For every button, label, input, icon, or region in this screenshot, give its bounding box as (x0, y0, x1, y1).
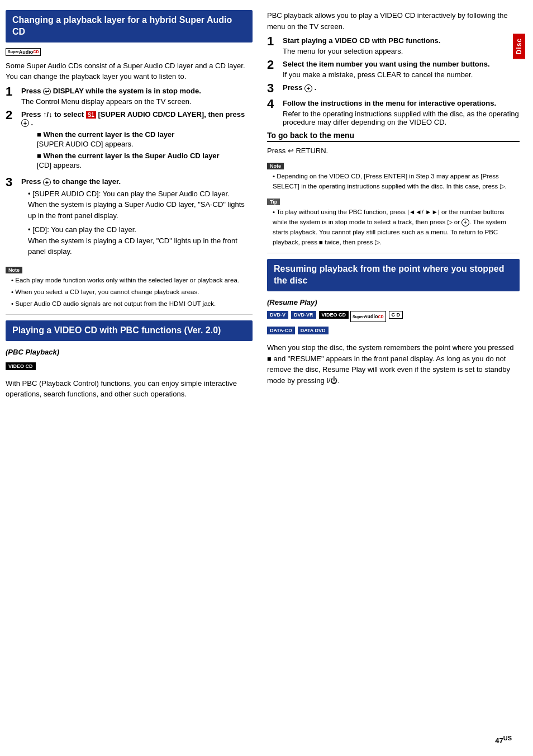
note-item1: Each play mode function works only withi… (11, 276, 253, 285)
step2-sub2-body: [CD] appears. (37, 161, 253, 169)
right-step4: 4 Follow the instructions in the menu fo… (267, 99, 520, 126)
step2-sub2-heading: ■ When the current layer is the Super Au… (37, 152, 253, 160)
step3-bullet1: [SUPER AUDIO CD]: You can play the Super… (28, 188, 253, 221)
tip-box: Tip To play without using the PBC functi… (267, 197, 520, 247)
right-step4-content: Follow the instructions in the menu for … (283, 99, 520, 126)
superaudio-cd-badge: SuperAudioCD (6, 48, 41, 56)
right-step1-number: 1 (267, 35, 283, 48)
step2-content: Press ↑/↓ to select S1 [SUPER AUDIO CD/C… (21, 110, 253, 173)
right-step4-title: Follow the instructions in the menu for … (283, 99, 520, 107)
page-number: 47US (495, 735, 512, 745)
note-item2: When you select a CD layer, you cannot c… (11, 287, 253, 297)
pbc-intro: PBC playback allows you to play a VIDEO … (267, 10, 520, 32)
data-dvd-badge: DATA DVD (298, 327, 329, 334)
step3: 3 Press + to change the layer. [SUPER AU… (6, 177, 253, 261)
right-note-content: Depending on the VIDEO CD, [Press ENTER]… (267, 172, 520, 192)
right-step4-number: 4 (267, 98, 283, 110)
right-step3-title: Press + . (283, 83, 520, 92)
tip-label: Tip (267, 199, 280, 205)
goto-heading: To go back to the menu (267, 131, 520, 142)
dvd-v-badge: DVD-V (267, 311, 288, 319)
section2-title: Playing a VIDEO CD with PBC functions (V… (12, 325, 246, 337)
right-step1-content: Start playing a VIDEO CD with PBC functi… (283, 36, 520, 55)
right-step3: 3 Press + . (267, 83, 520, 94)
step2-sub1: ■ When the current layer is the CD layer… (37, 130, 253, 148)
right-step3-content: Press + . (283, 83, 520, 94)
video-cd-badge2: VIDEO CD (319, 311, 349, 319)
step1-content: Press ↩ DISPLAY while the system is in s… (21, 87, 253, 106)
divider1 (6, 314, 253, 315)
right-step1: 1 Start playing a VIDEO CD with PBC func… (267, 36, 520, 55)
step3-title: Press + to change the layer. (21, 177, 253, 186)
right-step4-desc: Refer to the operating instructions supp… (283, 110, 520, 126)
divider2 (267, 253, 520, 253)
right-note: Note Depending on the VIDEO CD, [Press E… (267, 161, 520, 192)
right-step2: 2 Select the item number you want using … (267, 60, 520, 79)
step1-desc: The Control Menu display appears on the … (21, 97, 253, 106)
tip-item1: To play without using the PBC function, … (273, 207, 520, 247)
section1-note: Note Each play mode function works only … (6, 265, 253, 309)
step2: 2 Press ↑/↓ to select S1 [SUPER AUDIO CD… (6, 110, 253, 173)
section3-header: Resuming playback from the point where y… (267, 259, 520, 291)
note-item3: Super Audio CD audio signals are not out… (11, 299, 253, 309)
right-step2-desc: If you make a mistake, press CLEAR to ca… (283, 70, 520, 79)
step3-bullet2: [CD]: You can play the CD layer. When th… (28, 224, 253, 257)
section1-header: Changing a playback layer for a hybrid S… (6, 10, 253, 42)
section1-note-content: Each play mode function works only withi… (6, 276, 253, 309)
data-cd-badge: DATA-CD (267, 327, 295, 334)
goto-body: Press ↩ RETURN. (267, 145, 520, 157)
step1-number: 1 (6, 86, 21, 98)
step2-sub1-body: [SUPER AUDIO CD] appears. (37, 140, 253, 148)
sacd-badge2: SuperAudioCD (350, 311, 386, 322)
resume-subtitle: (Resume Play) (267, 297, 520, 308)
step2-sub1-heading: ■ When the current layer is the CD layer (37, 130, 253, 139)
right-step1-title: Start playing a VIDEO CD with PBC functi… (283, 36, 520, 45)
section1-title: Changing a playback layer for a hybrid S… (12, 15, 246, 38)
right-step2-content: Select the item number you want using th… (283, 60, 520, 79)
right-note-item1: Depending on the VIDEO CD, [Press ENTER]… (273, 172, 520, 192)
section3-title: Resuming playback from the point where y… (274, 263, 513, 287)
tip-content: To play without using the PBC function, … (267, 207, 520, 247)
cd-badge: C D (389, 311, 403, 319)
right-note-label: Note (267, 163, 284, 169)
step2-title: Press ↑/↓ to select S1 [SUPER AUDIO CD/C… (21, 110, 253, 127)
step1-title: Press ↩ DISPLAY while the system is in s… (21, 87, 253, 95)
pbc-subtitle: (PBC Playback) (6, 347, 253, 358)
right-step2-title: Select the item number you want using th… (283, 60, 520, 68)
resume-badge-row2: DATA-CD DATA DVD (267, 327, 520, 338)
step2-sub2: ■ When the current layer is the Super Au… (37, 152, 253, 169)
section1-intro: Some Super Audio CDs consist of a Super … (6, 60, 253, 82)
right-step2-number: 2 (267, 59, 283, 71)
resume-body: When you stop the disc, the system remem… (267, 342, 520, 386)
step3-content: Press + to change the layer. [SUPER AUDI… (21, 177, 253, 261)
right-step3-number: 3 (267, 82, 283, 94)
step2-number: 2 (6, 109, 21, 121)
video-cd-badge: VIDEO CD (6, 362, 36, 370)
side-tab: Disc (513, 34, 525, 59)
step1: 1 Press ↩ DISPLAY while the system is in… (6, 87, 253, 106)
section1-note-label: Note (6, 267, 22, 273)
resume-badge-row: DVD-V DVD-VR VIDEO CD SuperAudioCD C D (267, 311, 520, 322)
section2-badge-row: VIDEO CD (6, 362, 253, 374)
dvd-vr-badge: DVD-VR (291, 311, 316, 319)
section1-badge-row: SuperAudioCD (6, 48, 253, 56)
step3-number: 3 (6, 176, 21, 188)
section2-header: Playing a VIDEO CD with PBC functions (V… (6, 320, 253, 341)
right-step1-desc: The menu for your selection appears. (283, 47, 520, 55)
section2-intro: With PBC (Playback Control) functions, y… (6, 378, 253, 400)
